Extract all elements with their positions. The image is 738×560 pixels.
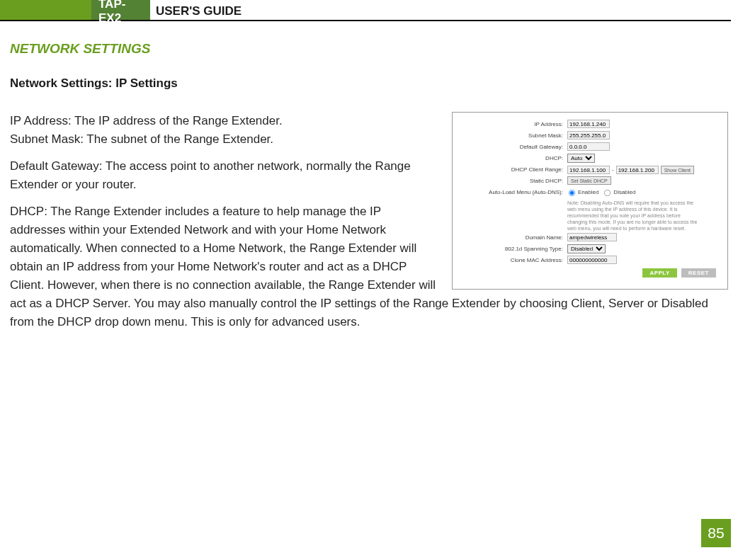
row-ip: IP Address: (461, 120, 719, 130)
para-ip-text: IP Address: The IP address of the Range … (10, 114, 283, 127)
label-subnet: Subnet Mask: (461, 131, 567, 141)
label-mac: Clone MAC Address: (461, 256, 567, 265)
autodns-disabled-radio[interactable] (604, 189, 611, 195)
header-accent (0, 0, 91, 20)
header-model: TAP-EX2 (91, 0, 150, 20)
row-spanning: 802.1d Spanning Type: Disabled (461, 244, 719, 254)
label-spanning: 802.1d Spanning Type: (461, 244, 567, 254)
dhcp-range-from-input[interactable] (567, 166, 610, 174)
row-static: Static DHCP: Set Static DHCP (461, 176, 719, 186)
row-autodns: Auto-Load Menu (Auto-DNS): Enabled Disab… (461, 188, 719, 232)
label-static: Static DHCP: (461, 176, 567, 186)
para-subnet-text: Subnet Mask: The subnet of the Range Ext… (10, 132, 273, 146)
ip-address-input[interactable] (567, 120, 610, 128)
body-wrap: IP Address: Subnet Mask: Default Gateway… (10, 112, 728, 340)
default-gateway-input[interactable] (567, 142, 610, 151)
set-static-dhcp-button[interactable]: Set Static DHCP (567, 176, 611, 185)
dhcp-select[interactable]: Auto (567, 154, 595, 163)
row-range: DHCP Client Range: - Show Client (461, 165, 719, 175)
row-domain: Domain Name: (461, 233, 719, 243)
apply-button[interactable]: APPLY (642, 268, 676, 278)
settings-screenshot: IP Address: Subnet Mask: Default Gateway… (452, 112, 728, 290)
figure-action-buttons: APPLY RESET (642, 268, 716, 278)
autodns-note: Note: Disabling Auto-DNS will require th… (567, 200, 698, 232)
spanning-select[interactable]: Disabled (567, 244, 606, 253)
label-ip: IP Address: (461, 120, 567, 130)
page-content: NETWORK SETTINGS Network Settings: IP Se… (0, 21, 738, 340)
show-client-button[interactable]: Show Client (661, 166, 694, 174)
label-dhcp: DHCP: (461, 154, 567, 164)
range-dash: - (612, 165, 614, 175)
sub-heading: Network Settings: IP Settings (10, 76, 728, 91)
subnet-mask-input[interactable] (567, 131, 610, 139)
label-gateway: Default Gateway: (461, 142, 567, 152)
domain-name-input[interactable] (567, 233, 617, 241)
page-number: 85 (701, 519, 731, 547)
clone-mac-input[interactable] (567, 256, 617, 264)
reset-button[interactable]: RESET (681, 268, 716, 278)
label-autodns: Auto-Load Menu (Auto-DNS): (461, 188, 567, 198)
autodns-enabled-radio[interactable] (569, 189, 575, 195)
label-domain: Domain Name: (461, 233, 567, 243)
autodns-enabled-label: Enabled (578, 188, 598, 198)
row-mac: Clone MAC Address: (461, 256, 719, 265)
header-title: USER'S GUIDE (150, 0, 242, 20)
dhcp-range-to-input[interactable] (616, 166, 659, 174)
row-dhcp: DHCP: Auto (461, 154, 719, 164)
row-gateway: Default Gateway: (461, 142, 719, 152)
header-bar: TAP-EX2 USER'S GUIDE (0, 0, 731, 21)
section-title: NETWORK SETTINGS (10, 41, 728, 57)
label-range: DHCP Client Range: (461, 165, 567, 175)
row-subnet: Subnet Mask: (461, 131, 719, 141)
autodns-disabled-label: Disabled (613, 188, 635, 198)
